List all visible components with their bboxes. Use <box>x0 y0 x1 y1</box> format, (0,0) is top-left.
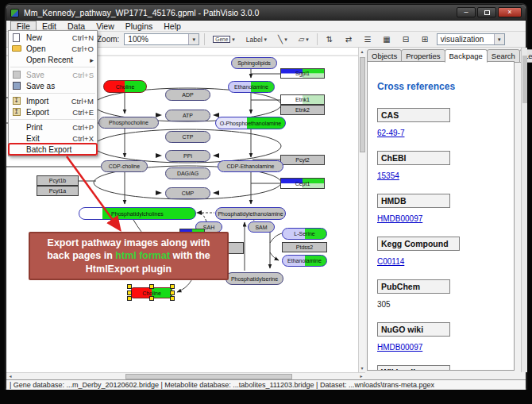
title-bar[interactable]: Mm_Kennedy_pathway_WP1771_45176.gpml - P… <box>6 5 526 21</box>
panel-vertical-scrollbar[interactable] <box>521 48 527 372</box>
menu-item-open[interactable]: Open Ctrl+O <box>9 43 97 54</box>
node-adp[interactable]: ADP <box>165 89 210 101</box>
selection-handle[interactable] <box>149 284 154 289</box>
scroll-up-icon[interactable]: ▴ <box>359 48 365 56</box>
scrollbar-thumb[interactable] <box>522 56 527 103</box>
scroll-down-icon[interactable]: ▾ <box>359 364 365 372</box>
chevron-down-icon[interactable]: ▾ <box>188 34 199 44</box>
zoom-combobox[interactable]: 100% ▾ <box>124 33 199 45</box>
node-choline[interactable]: Choline <box>103 80 147 93</box>
canvas-vertical-scrollbar[interactable]: ▴ ▾ <box>358 48 365 372</box>
node-etnk1-gene[interactable]: Etnk1 <box>280 94 325 105</box>
scrollbar-thumb[interactable] <box>125 374 292 379</box>
gene-datanode-tool-button[interactable]: Gene ▾ <box>210 33 237 46</box>
node-pcyt2-gene[interactable]: Pcyt2 <box>280 155 325 165</box>
node-pcyt1b-gene[interactable]: Pcyt1b <box>37 175 79 186</box>
menu-item-open-recent[interactable]: Open Recent ▸ <box>9 54 97 65</box>
node-phosphatidylcholines[interactable]: Phosphatidylcholines <box>79 207 196 220</box>
node-pcyt1a-gene[interactable]: Pcyt1a <box>37 186 79 196</box>
menu-item-save-as[interactable]: Save as <box>9 80 97 91</box>
node-dag[interactable]: DAG/AG <box>165 167 210 179</box>
node-label: ATP <box>183 113 193 118</box>
menu-item-batch-export[interactable]: Batch Export <box>9 144 97 155</box>
node-ethanolamine[interactable]: Ethanolamine <box>228 81 275 93</box>
node-l-serine[interactable]: L-Serine <box>282 228 327 240</box>
menu-plugins[interactable]: Plugins <box>120 21 158 31</box>
node-label: Ethanolamine <box>287 258 322 264</box>
label-tool-button[interactable]: Label ▾ <box>243 33 270 46</box>
node-cmp[interactable]: CMP <box>165 187 210 199</box>
node-phosphatidylethanolamine[interactable]: Phosphatidylethanolamine <box>215 207 286 220</box>
selection-handle[interactable] <box>170 290 175 295</box>
tab-backpage[interactable]: Backpage <box>445 49 488 63</box>
close-button[interactable]: × <box>498 7 522 17</box>
chevron-down-icon[interactable]: ▾ <box>494 34 504 44</box>
line-tool-button[interactable]: ╲ ▾ <box>275 33 291 46</box>
node-label: Etnk2 <box>295 107 310 113</box>
chebi-link[interactable]: 15354 <box>377 171 399 180</box>
node-cept1-gene[interactable]: Cept1 <box>280 178 325 189</box>
menu-item-import[interactable]: ↧ Import Ctrl+M <box>9 95 97 106</box>
node-sgpl1-gene[interactable]: Sgpl1 <box>280 68 325 79</box>
ref-header-kegg: Kegg Compound <box>377 237 460 251</box>
scroll-left-icon[interactable]: ◂ <box>6 373 14 379</box>
node-o-phosphoethanolamine[interactable]: O-Phosphoethanolamine <box>215 117 286 129</box>
menu-help[interactable]: Help <box>158 21 187 31</box>
menu-item-new[interactable]: New Ctrl+N <box>9 32 97 43</box>
stack-columns-icon: ▦ <box>383 35 390 44</box>
node-ptdss2-gene[interactable]: Ptdss2 <box>282 242 327 252</box>
node-phosphocholine[interactable]: Phosphocholine <box>98 117 159 129</box>
close-icon: × <box>507 9 511 16</box>
node-label: PPi <box>183 153 192 159</box>
menu-item-save[interactable]: Save Ctrl+S <box>9 69 97 80</box>
node-cdp-ethanolamine[interactable]: CDP-Ethanolamine <box>218 160 283 172</box>
node-sam[interactable]: SAM <box>248 221 275 233</box>
kegg-link[interactable]: C00114 <box>377 257 404 266</box>
node-label: CDP-choline <box>109 164 140 169</box>
minimize-button[interactable]: – <box>457 7 476 17</box>
selection-handle[interactable] <box>170 296 175 301</box>
new-document-icon <box>11 33 21 42</box>
visualization-combobox[interactable]: visualization ▾ <box>437 33 505 45</box>
common-width-button[interactable]: ⊟ <box>399 33 413 46</box>
node-cdp-choline[interactable]: CDP-choline <box>101 160 148 172</box>
callout-highlight-text: html format <box>115 250 170 261</box>
stack-horizontal-button[interactable]: ▦ <box>380 33 394 46</box>
save-icon <box>11 71 21 79</box>
canvas-horizontal-scrollbar[interactable]: ◂ ▸ <box>6 372 365 379</box>
stack-vertical-button[interactable]: ☰ <box>360 33 375 46</box>
scroll-right-icon[interactable]: ▸ <box>357 373 365 379</box>
cas-link[interactable]: 62-49-7 <box>377 129 404 137</box>
node-label: DAG/AG <box>177 171 199 176</box>
hmdb-link[interactable]: HMDB00097 <box>377 214 422 223</box>
selection-handle[interactable] <box>127 290 132 295</box>
node-sphingolipids[interactable]: Sphingolipids <box>231 57 277 69</box>
node-ptdss1-gene[interactable] <box>228 242 244 254</box>
nugo-link[interactable]: HMDB00097 <box>377 343 422 352</box>
menu-item-print[interactable]: Print Ctrl+P <box>9 121 97 133</box>
window-controls: – × <box>457 7 522 17</box>
ref-header-cas: CAS <box>377 108 450 122</box>
align-vertical-center-button[interactable]: ⇅ <box>322 33 337 46</box>
export-icon: ↥ <box>11 108 21 117</box>
selection-handle[interactable] <box>149 296 154 301</box>
selection-handle[interactable] <box>127 284 132 289</box>
scrollbar-thumb[interactable] <box>360 57 365 152</box>
node-etnk2-gene[interactable]: Etnk2 <box>280 105 325 115</box>
align-horizontal-center-button[interactable]: ⇄ <box>341 33 356 46</box>
menu-item-export[interactable]: ↥ Export Ctrl+E <box>9 106 97 117</box>
common-height-button[interactable]: ⊞ <box>418 33 432 46</box>
node-atp[interactable]: ATP <box>165 110 210 121</box>
menu-item-exit[interactable]: Exit Ctrl+X <box>9 133 97 144</box>
node-label: Phosphocholine <box>109 120 148 125</box>
maximize-button[interactable] <box>477 7 496 17</box>
ref-value-kegg: C00114 <box>377 257 514 266</box>
selection-handle[interactable] <box>127 296 132 301</box>
node-ethanolamine-bottom[interactable]: Ethanolamine <box>282 255 327 267</box>
node-ppi[interactable]: PPi <box>165 150 210 162</box>
cross-references-heading: Cross references <box>377 81 514 92</box>
shape-tool-button[interactable]: ▱ ▾ <box>295 33 312 46</box>
selection-handle[interactable] <box>170 284 175 289</box>
node-ctp[interactable]: CTP <box>165 131 210 143</box>
node-phosphatidylserine[interactable]: Phosphatidylserine <box>226 272 283 285</box>
